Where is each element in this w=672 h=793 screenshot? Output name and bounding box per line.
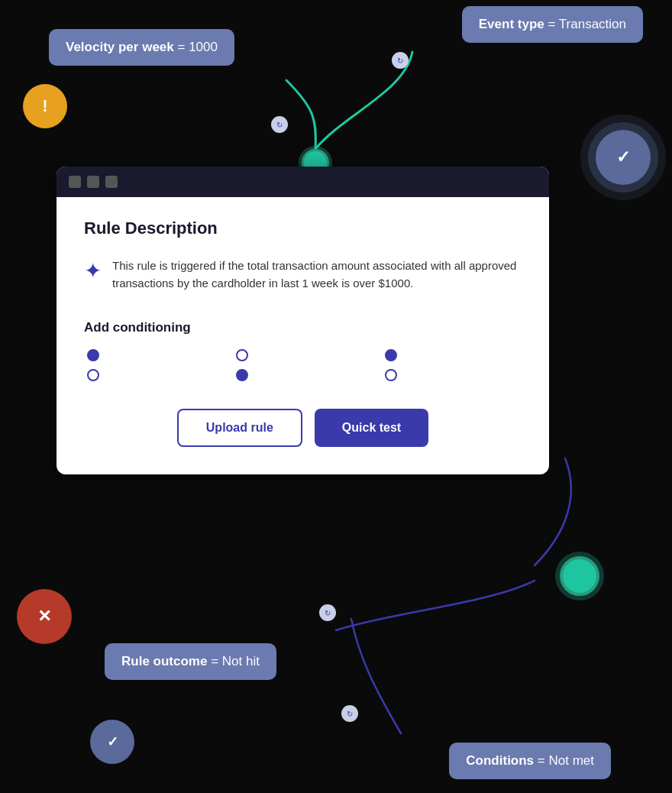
- velocity-label: Velocity per week = 1000: [49, 29, 234, 66]
- rule-description-section: ✦ This rule is triggered if the total tr…: [84, 257, 522, 293]
- ui-card: Rule Description ✦ This rule is triggere…: [57, 167, 549, 474]
- conditions-label: Conditions = Not met: [449, 743, 611, 779]
- quick-test-button[interactable]: Quick test: [315, 409, 428, 447]
- check-circle-top: ✓: [596, 130, 651, 185]
- radio-circle-3[interactable]: [385, 349, 397, 361]
- sparkle-icon: ✦: [84, 258, 102, 283]
- connector-dot-bottom-lower: ↻: [341, 705, 358, 722]
- radio-item-3[interactable]: [385, 349, 519, 361]
- radio-item-5[interactable]: [236, 369, 370, 381]
- radio-circle-1[interactable]: [87, 349, 99, 361]
- radio-circle-5[interactable]: [236, 369, 248, 381]
- card-title: Rule Description: [84, 218, 522, 238]
- node-bottom-right: [560, 556, 599, 596]
- titlebar-btn-1: [69, 176, 81, 188]
- radio-item-6[interactable]: [385, 369, 519, 381]
- add-conditioning-label: Add conditioning: [84, 320, 522, 335]
- buttons-row: Upload rule Quick test: [84, 409, 522, 447]
- radio-item-1[interactable]: [87, 349, 221, 361]
- titlebar-btn-2: [87, 176, 99, 188]
- radio-circle-2[interactable]: [236, 349, 248, 361]
- upload-rule-button[interactable]: Upload rule: [177, 409, 302, 447]
- radio-grid: [84, 349, 522, 381]
- rule-description-text: This rule is triggered if the total tran…: [112, 257, 522, 293]
- connector-dot-bottom-mid: ↻: [319, 604, 336, 621]
- connector-dot-mid-left: ↻: [271, 116, 288, 133]
- titlebar-btn-3: [105, 176, 118, 188]
- radio-circle-6[interactable]: [385, 369, 397, 381]
- connector-dot-top-right: ↻: [392, 52, 409, 69]
- radio-item-2[interactable]: [236, 349, 370, 361]
- card-body: Rule Description ✦ This rule is triggere…: [57, 197, 549, 474]
- radio-item-4[interactable]: [87, 369, 221, 381]
- card-titlebar: [57, 167, 549, 197]
- event-type-label: Event type = Transaction: [462, 6, 643, 43]
- warning-circle: !: [23, 84, 67, 128]
- radio-circle-4[interactable]: [87, 369, 99, 381]
- rule-outcome-label: Rule outcome = Not hit: [105, 643, 276, 680]
- x-circle: ✕: [17, 589, 72, 644]
- check-circle-bottom: ✓: [90, 720, 134, 764]
